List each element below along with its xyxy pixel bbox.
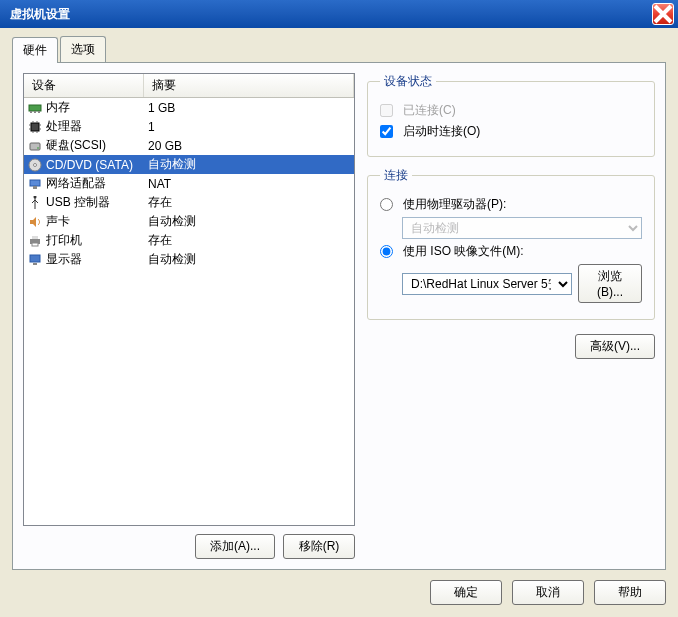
header-device: 设备	[24, 74, 144, 97]
help-button[interactable]: 帮助	[594, 580, 666, 605]
use-physical-radio[interactable]	[380, 198, 393, 211]
device-name: USB 控制器	[46, 194, 144, 211]
memory-icon	[26, 101, 44, 115]
dialog-buttons: 确定 取消 帮助	[12, 570, 666, 609]
close-button[interactable]	[652, 3, 674, 25]
header-summary: 摘要	[144, 74, 354, 97]
svg-rect-2	[34, 111, 36, 113]
printer-icon	[26, 234, 44, 248]
remove-button[interactable]: 移除(R)	[283, 534, 355, 559]
titlebar: 虚拟机设置	[0, 0, 678, 28]
table-row[interactable]: 显示器 自动检测	[24, 250, 354, 269]
connect-at-poweron-label: 启动时连接(O)	[403, 123, 480, 140]
use-physical-label: 使用物理驱动器(P):	[403, 196, 506, 213]
table-row[interactable]: USB 控制器 存在	[24, 193, 354, 212]
iso-select-row: D:\RedHat Linux Server 5安 浏览(B)...	[402, 264, 642, 303]
table-row[interactable]: 网络适配器 NAT	[24, 174, 354, 193]
table-row[interactable]: 处理器 1	[24, 117, 354, 136]
device-summary: 存在	[144, 194, 354, 211]
table-row[interactable]: 内存 1 GB	[24, 98, 354, 117]
advanced-row: 高级(V)...	[367, 334, 655, 359]
svg-rect-0	[29, 105, 41, 111]
use-iso-label: 使用 ISO 映像文件(M):	[403, 243, 524, 260]
sound-icon	[26, 215, 44, 229]
device-name: 内存	[46, 99, 144, 116]
table-row[interactable]: CD/DVD (SATA) 自动检测	[24, 155, 354, 174]
svg-rect-1	[30, 111, 32, 113]
svg-rect-9	[30, 180, 40, 186]
device-summary: 自动检测	[144, 213, 354, 230]
poweron-row: 启动时连接(O)	[380, 123, 642, 140]
window-title: 虚拟机设置	[4, 6, 652, 23]
device-name: 硬盘(SCSI)	[46, 137, 144, 154]
usb-icon	[26, 196, 44, 210]
physical-select-row: 自动检测	[402, 217, 642, 239]
device-summary: 存在	[144, 232, 354, 249]
svg-point-6	[37, 147, 39, 149]
svg-rect-4	[31, 123, 39, 131]
advanced-button[interactable]: 高级(V)...	[575, 334, 655, 359]
display-icon	[26, 253, 44, 267]
disk-icon	[26, 139, 44, 153]
table-row[interactable]: 硬盘(SCSI) 20 GB	[24, 136, 354, 155]
device-name: 打印机	[46, 232, 144, 249]
device-summary: 1 GB	[144, 101, 354, 115]
svg-rect-14	[32, 243, 38, 246]
device-name: 声卡	[46, 213, 144, 230]
use-iso-radio[interactable]	[380, 245, 393, 258]
group-title-status: 设备状态	[380, 73, 436, 90]
svg-rect-3	[38, 111, 40, 113]
svg-rect-10	[33, 186, 37, 189]
tab-hardware[interactable]: 硬件	[12, 37, 58, 63]
hardware-list-panel: 设备 摘要 内存 1 GB 处理器 1 硬盘(SCSI) 20 GB	[23, 73, 355, 559]
connection-group: 连接 使用物理驱动器(P): 自动检测 使用 ISO 映像文件(M):	[367, 167, 655, 320]
group-title-connection: 连接	[380, 167, 412, 184]
cd-icon	[26, 158, 44, 172]
network-icon	[26, 177, 44, 191]
table-row[interactable]: 打印机 存在	[24, 231, 354, 250]
svg-rect-15	[30, 255, 40, 262]
browse-button[interactable]: 浏览(B)...	[578, 264, 642, 303]
connected-checkbox	[380, 104, 393, 117]
iso-radio-row: 使用 ISO 映像文件(M):	[380, 243, 642, 260]
device-summary: 20 GB	[144, 139, 354, 153]
device-settings-panel: 设备状态 已连接(C) 启动时连接(O) 连接 使用物理驱动器(P):	[367, 73, 655, 559]
connected-label: 已连接(C)	[403, 102, 456, 119]
device-name: 处理器	[46, 118, 144, 135]
cpu-icon	[26, 120, 44, 134]
cancel-button[interactable]: 取消	[512, 580, 584, 605]
physical-radio-row: 使用物理驱动器(P):	[380, 196, 642, 213]
physical-drive-select: 自动检测	[402, 217, 642, 239]
tab-options[interactable]: 选项	[60, 36, 106, 62]
tab-content: 设备 摘要 内存 1 GB 处理器 1 硬盘(SCSI) 20 GB	[12, 62, 666, 570]
device-buttons: 添加(A)... 移除(R)	[23, 534, 355, 559]
device-summary: NAT	[144, 177, 354, 191]
device-summary: 1	[144, 120, 354, 134]
device-table: 设备 摘要 内存 1 GB 处理器 1 硬盘(SCSI) 20 GB	[23, 73, 355, 526]
connect-at-poweron-checkbox[interactable]	[380, 125, 393, 138]
dialog-body: 硬件 选项 设备 摘要 内存 1 GB 处理器 1	[0, 28, 678, 617]
device-name: CD/DVD (SATA)	[46, 158, 144, 172]
iso-path-select[interactable]: D:\RedHat Linux Server 5安	[402, 273, 572, 295]
svg-point-11	[34, 196, 37, 199]
add-button[interactable]: 添加(A)...	[195, 534, 275, 559]
device-name: 显示器	[46, 251, 144, 268]
table-row[interactable]: 声卡 自动检测	[24, 212, 354, 231]
ok-button[interactable]: 确定	[430, 580, 502, 605]
tab-bar: 硬件 选项	[12, 36, 666, 62]
device-summary: 自动检测	[144, 251, 354, 268]
svg-rect-16	[33, 263, 37, 265]
table-header: 设备 摘要	[24, 74, 354, 98]
svg-point-8	[34, 163, 37, 166]
svg-rect-5	[30, 143, 40, 150]
connected-row: 已连接(C)	[380, 102, 642, 119]
svg-rect-13	[32, 236, 38, 239]
device-name: 网络适配器	[46, 175, 144, 192]
device-status-group: 设备状态 已连接(C) 启动时连接(O)	[367, 73, 655, 157]
device-summary: 自动检测	[144, 156, 354, 173]
